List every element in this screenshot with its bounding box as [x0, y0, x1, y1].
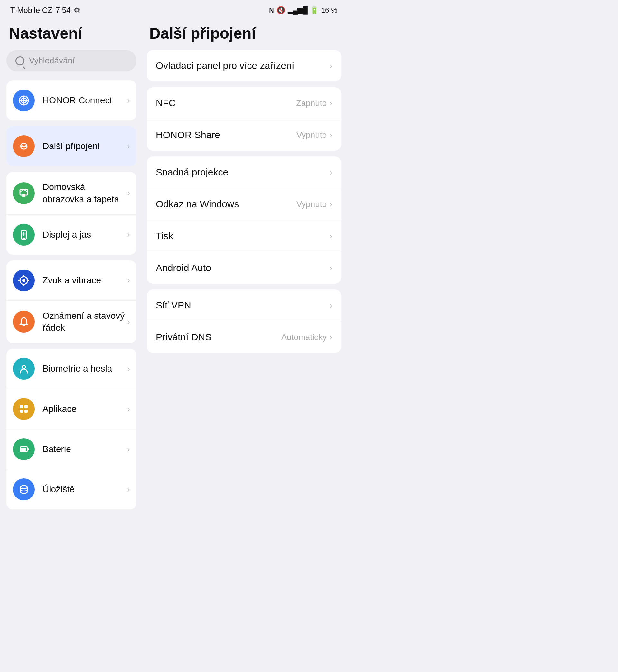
nfc-value: Zapnuto [296, 98, 327, 108]
right-item-tisk[interactable]: Tisk › [147, 220, 341, 252]
ovladaci-panel-chevron: › [329, 61, 332, 71]
odkaz-na-windows-label: Odkaz na Windows [156, 199, 296, 210]
right-group-vpn: Síť VPN › Privátní DNS Automaticky › [147, 289, 341, 353]
biometrie-icon [13, 358, 35, 380]
signal-icon: ▂▄▆█ [288, 6, 307, 14]
right-item-honor-share[interactable]: HONOR Share Vypnuto › [147, 119, 341, 151]
right-item-sit-vpn[interactable]: Síť VPN › [147, 289, 341, 321]
sidebar-item-uloziste[interactable]: Úložiště › [6, 470, 136, 509]
status-right: N 🔇 ▂▄▆█ 🔋 16 % [269, 6, 337, 14]
nfc-chevron: › [329, 98, 332, 108]
odkaz-na-windows-chevron: › [329, 199, 332, 209]
search-bar[interactable]: Vyhledávání [6, 50, 136, 72]
android-auto-label: Android Auto [156, 263, 329, 273]
settings-group-dalsi: Další připojení › [6, 126, 136, 166]
oznameni-label: Oznámení a stavový řádek [42, 310, 124, 334]
domovska-label: Domovská obrazovka a tapeta [42, 181, 124, 205]
zvuk-icon [13, 270, 35, 291]
nfc-status-icon: N [269, 7, 274, 14]
baterie-label: Baterie [42, 443, 124, 455]
ovladaci-panel-label: Ovládací panel pro více zařízení [156, 60, 329, 71]
sidebar-item-zvuk[interactable]: Zvuk a vibrace › [6, 261, 136, 301]
left-panel-title: Nastavení [6, 18, 136, 50]
baterie-chevron: › [127, 444, 130, 454]
honor-share-chevron: › [329, 130, 332, 140]
aplikace-chevron: › [127, 404, 130, 414]
svg-point-20 [23, 317, 24, 318]
settings-group-misc: Biometrie a hesla › Aplikace › [6, 349, 136, 509]
svg-rect-9 [22, 194, 25, 197]
settings-group-honor: HONOR Connect › [6, 81, 136, 120]
sidebar-item-biometrie[interactable]: Biometrie a hesla › [6, 349, 136, 389]
right-item-privatni-dns[interactable]: Privátní DNS Automaticky › [147, 321, 341, 353]
honor-connect-label: HONOR Connect [42, 94, 124, 107]
snadna-projekce-chevron: › [329, 168, 332, 177]
right-item-odkaz-na-windows[interactable]: Odkaz na Windows Vypnuto › [147, 188, 341, 220]
uloziste-chevron: › [127, 485, 130, 495]
gear-icon: ⚙ [74, 6, 80, 14]
honor-share-value: Vypnuto [296, 130, 327, 140]
left-panel: Nastavení Vyhledávání HONOR Connect [6, 18, 142, 664]
right-group-ovladaci: Ovládací panel pro více zařízení › [147, 50, 341, 82]
oznameni-icon [13, 311, 35, 332]
mute-icon: 🔇 [277, 6, 285, 14]
zvuk-label: Zvuk a vibrace [42, 274, 124, 287]
dalsi-pripojeni-icon [13, 135, 35, 157]
svg-rect-24 [20, 409, 23, 413]
settings-group-sound: Zvuk a vibrace › Oznámení a stavový řáde… [6, 261, 136, 343]
nfc-label: NFC [156, 98, 296, 108]
svg-rect-28 [21, 448, 26, 451]
displej-icon [13, 224, 35, 246]
svg-rect-23 [24, 405, 28, 408]
aplikace-icon [13, 398, 35, 420]
zvuk-chevron: › [127, 275, 130, 285]
odkaz-na-windows-value: Vypnuto [296, 199, 327, 209]
right-group-nfc: NFC Zapnuto › HONOR Share Vypnuto › [147, 87, 341, 151]
sidebar-item-baterie[interactable]: Baterie › [6, 429, 136, 470]
tisk-chevron: › [329, 231, 332, 241]
baterie-icon [13, 438, 35, 460]
search-icon [15, 56, 24, 65]
svg-point-21 [22, 366, 25, 369]
dalsi-pripojeni-label: Další připojení [42, 140, 124, 152]
honor-connect-icon [13, 90, 35, 111]
right-panel: Další připojení Ovládací panel pro více … [142, 18, 341, 664]
svg-point-15 [22, 279, 25, 282]
main-layout: Nastavení Vyhledávání HONOR Connect [0, 18, 348, 671]
displej-label: Displej a jas [42, 228, 124, 241]
sidebar-item-oznameni[interactable]: Oznámení a stavový řádek › [6, 301, 136, 343]
time-label: 7:54 [56, 6, 71, 15]
svg-point-5 [21, 145, 23, 147]
android-auto-chevron: › [329, 263, 332, 273]
aplikace-label: Aplikace [42, 403, 124, 415]
right-item-snadna-projekce[interactable]: Snadná projekce › [147, 157, 341, 188]
status-left: T-Mobile CZ 7:54 ⚙ [10, 6, 80, 15]
battery-percent-label: 16 % [321, 6, 337, 14]
sidebar-item-aplikace[interactable]: Aplikace › [6, 389, 136, 429]
right-item-android-auto[interactable]: Android Auto › [147, 252, 341, 284]
displej-chevron: › [127, 229, 130, 239]
uloziste-label: Úložiště [42, 483, 124, 495]
right-group-projekce: Snadná projekce › Odkaz na Windows Vypnu… [147, 157, 341, 284]
domovska-chevron: › [127, 188, 130, 198]
right-item-ovladaci-panel[interactable]: Ovládací panel pro více zařízení › [147, 50, 341, 82]
svg-rect-25 [24, 409, 28, 413]
uloziste-icon [13, 478, 35, 500]
settings-group-display: Domovská obrazovka a tapeta › Displej a … [6, 172, 136, 255]
sidebar-item-domovska[interactable]: Domovská obrazovka a tapeta › [6, 172, 136, 215]
sidebar-item-displej[interactable]: Displej a jas › [6, 215, 136, 255]
svg-point-29 [20, 486, 27, 489]
svg-rect-22 [20, 405, 23, 408]
status-bar: T-Mobile CZ 7:54 ⚙ N 🔇 ▂▄▆█ 🔋 16 % [0, 0, 348, 18]
battery-icon: 🔋 [310, 6, 319, 14]
sidebar-item-honor-connect[interactable]: HONOR Connect › [6, 81, 136, 120]
honor-share-label: HONOR Share [156, 129, 296, 140]
honor-connect-chevron: › [127, 96, 130, 106]
svg-point-6 [25, 145, 27, 147]
sidebar-item-dalsi-pripojeni[interactable]: Další připojení › [6, 126, 136, 166]
snadna-projekce-label: Snadná projekce [156, 167, 329, 178]
biometrie-label: Biometrie a hesla [42, 363, 124, 375]
right-item-nfc[interactable]: NFC Zapnuto › [147, 87, 341, 119]
tisk-label: Tisk [156, 230, 329, 242]
oznameni-chevron: › [127, 317, 130, 327]
